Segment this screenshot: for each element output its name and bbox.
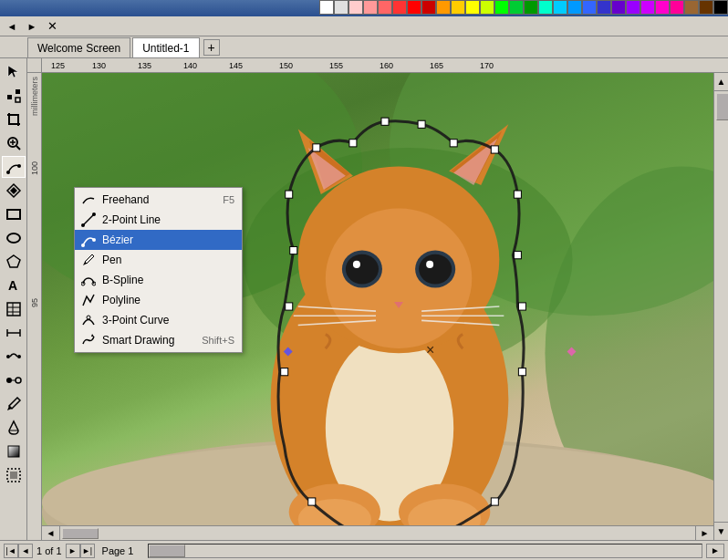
menu-item-3point-curve[interactable]: 3-Point Curve <box>75 310 242 330</box>
smart-fill-button[interactable] <box>2 180 26 202</box>
menu-item-bezier[interactable]: Bézier <box>75 230 242 250</box>
freehand-menu-icon <box>78 192 99 207</box>
color-swatch[interactable] <box>699 0 713 15</box>
color-swatch[interactable] <box>655 0 670 15</box>
bottom-scrollbar-canvas[interactable]: ◄ ► <box>42 525 713 540</box>
color-swatch[interactable] <box>611 0 626 15</box>
color-swatch[interactable] <box>378 0 392 15</box>
color-swatch[interactable] <box>597 0 611 15</box>
color-swatch[interactable] <box>684 0 699 15</box>
color-swatch[interactable] <box>421 0 436 15</box>
nav-next-page[interactable]: ► <box>66 544 80 558</box>
color-swatch[interactable] <box>319 0 334 15</box>
color-swatch[interactable] <box>392 0 407 15</box>
color-swatch[interactable] <box>451 0 465 15</box>
color-swatch[interactable] <box>465 0 480 15</box>
nav-prev-page[interactable]: ◄ <box>18 544 33 558</box>
svg-point-23 <box>6 378 12 383</box>
color-swatch[interactable] <box>553 0 567 15</box>
svg-rect-14 <box>7 303 20 316</box>
tab-untitled-1[interactable]: Untitled-1 <box>132 37 199 57</box>
svg-rect-75 <box>514 252 521 259</box>
scroll-up-button[interactable]: ▲ <box>714 73 728 91</box>
3point-menu-icon <box>78 313 99 327</box>
color-swatch[interactable] <box>626 0 640 15</box>
scroll-thumb-vertical[interactable] <box>716 93 728 120</box>
menu-item-2point-line[interactable]: 2-Point Line <box>75 210 242 230</box>
table-tool-button[interactable] <box>2 298 26 320</box>
color-swatch[interactable] <box>480 0 494 15</box>
menu-item-bspline[interactable]: B-Spline <box>75 270 242 290</box>
scroll-thumb-horizontal[interactable] <box>62 528 99 539</box>
page-counter: 1 of 1 <box>33 545 66 556</box>
menu-item-pen[interactable]: Pen <box>75 250 242 270</box>
crop-tool-button[interactable] <box>2 109 26 130</box>
color-swatch[interactable] <box>334 0 348 15</box>
color-swatch[interactable] <box>640 0 655 15</box>
nav-first-page[interactable]: |◄ <box>4 544 18 558</box>
freehand-tool-button[interactable] <box>2 156 26 178</box>
scroll-left-button[interactable]: ◄ <box>42 526 60 540</box>
nav-last-page[interactable]: ►| <box>80 544 95 558</box>
toolbar-close[interactable]: ✕ <box>43 18 61 35</box>
eyedropper-tool-button[interactable] <box>2 393 26 415</box>
color-swatch[interactable] <box>494 0 509 15</box>
color-swatch[interactable] <box>582 0 597 15</box>
color-swatch[interactable] <box>509 0 524 15</box>
menu-item-polyline[interactable]: Polyline <box>75 290 242 310</box>
interactive-fill-button[interactable] <box>2 441 26 462</box>
color-swatch[interactable] <box>713 0 728 15</box>
table-icon <box>5 301 22 317</box>
svg-rect-26 <box>8 446 19 457</box>
color-swatch[interactable] <box>348 0 363 15</box>
bottom-nav-bar: |◄ ◄ 1 of 1 ► ►| Page 1 ► <box>0 540 728 560</box>
two-point-menu-icon <box>78 213 99 227</box>
menu-item-freehand[interactable]: Freehand F5 <box>75 190 242 210</box>
scroll-right-button[interactable]: ► <box>695 526 713 540</box>
color-swatch[interactable] <box>363 0 378 15</box>
menu-item-smart-drawing[interactable]: Smart Drawing Shift+S <box>75 330 242 350</box>
node-tool-button[interactable] <box>2 85 26 107</box>
svg-rect-77 <box>518 368 525 376</box>
color-swatch[interactable] <box>407 0 421 15</box>
scroll-down-button[interactable]: ▼ <box>714 522 728 540</box>
color-swatch[interactable] <box>524 0 538 15</box>
svg-point-87 <box>92 238 96 242</box>
color-swatch[interactable] <box>670 0 684 15</box>
zoom-tool-button[interactable] <box>2 132 26 154</box>
color-swatch[interactable] <box>436 0 451 15</box>
horizontal-scrollbar[interactable] <box>148 544 702 558</box>
svg-rect-67 <box>286 191 293 198</box>
rectangle-tool-button[interactable] <box>2 203 26 225</box>
color-swatch[interactable] <box>538 0 553 15</box>
toolbar-arrow-right[interactable]: ► <box>23 18 41 35</box>
text-tool-button[interactable]: A <box>2 275 26 296</box>
svg-point-24 <box>16 378 21 383</box>
svg-point-50 <box>426 261 433 268</box>
tab-welcome-screen[interactable]: Welcome Screen <box>27 37 130 57</box>
fill-tool-button[interactable] <box>2 417 26 439</box>
page-nav: |◄ ◄ 1 of 1 ► ►| Page 1 <box>0 544 144 558</box>
dimension-tool-button[interactable] <box>2 322 26 344</box>
svg-rect-1 <box>7 95 12 99</box>
connector-tool-button[interactable] <box>2 346 26 368</box>
color-swatch[interactable] <box>567 0 582 15</box>
svg-point-90 <box>87 316 90 319</box>
ruler-left: millimeters 100 95 <box>27 73 42 540</box>
tab-add-button[interactable]: + <box>203 39 220 56</box>
ellipse-tool-button[interactable] <box>2 227 26 249</box>
canvas-content[interactable]: × <box>42 73 728 540</box>
svg-line-5 <box>16 146 20 150</box>
right-scrollbar[interactable]: ▲ ▼ <box>713 73 728 540</box>
svg-rect-68 <box>313 144 320 151</box>
scroll-end-button[interactable]: ► <box>706 544 724 558</box>
scroll-thumb-h[interactable] <box>149 544 185 557</box>
select-tool-button[interactable] <box>2 61 26 83</box>
title-bar: _ □ × <box>0 0 728 16</box>
svg-point-21 <box>6 355 10 358</box>
toolbar-arrow-left[interactable]: ◄ <box>3 18 21 35</box>
blend-tool-button[interactable] <box>2 369 26 391</box>
transparency-tool-button[interactable] <box>2 464 26 486</box>
polygon-tool-button[interactable] <box>2 251 26 273</box>
rect-icon <box>5 206 22 223</box>
